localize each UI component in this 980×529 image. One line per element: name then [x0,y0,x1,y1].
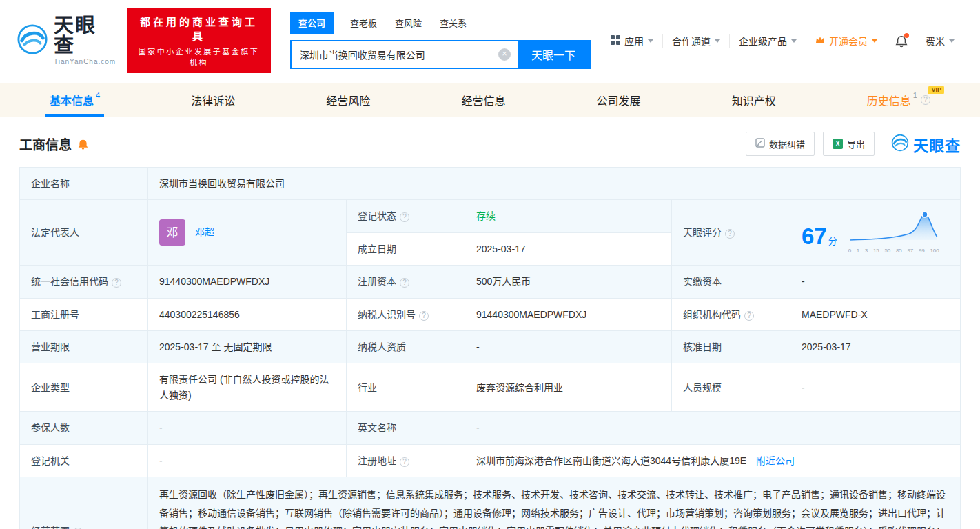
tianyancha-logo[interactable]: 天眼查 TianYanCha.com [17,16,116,66]
staff-size-label-cell: 人员规模 [672,363,790,412]
tab-legal-litigation[interactable]: 法律诉讼 [184,83,242,117]
credit-code-value-cell: 91440300MAEDPWFDXJ [148,266,347,298]
search-tab-risk[interactable]: 查风险 [394,12,423,34]
help-icon[interactable] [419,311,429,321]
score-value-cell: 67 分 [790,200,961,266]
brand-text: 天眼查 [913,133,961,155]
legal-rep-avatar[interactable]: 邓 [159,219,185,246]
logo-name: 天眼查 [54,16,116,56]
promo-line1: 都在用的商业查询工具 [134,14,264,43]
tab-intellectual-property[interactable]: 知识产权 [725,83,783,117]
top-nav: 应用 合作通道 企业级产品 开通会员 [602,34,963,48]
business-scope-value-cell: 再生资源回收（除生产性废旧金属）；再生资源销售；信息系统集成服务；技术服务、技术… [148,477,961,529]
excel-icon [833,139,843,149]
table-row: 企业名称 深圳市当换回收贸易有限公司 [20,168,961,200]
section-title: 工商信息 [19,134,72,153]
notification-bell[interactable] [886,34,917,48]
search-area: 查公司 查老板 查风险 查关系 天眼一下 [290,12,591,69]
business-term-label-cell: 营业期限 [20,330,148,363]
company-type-label-cell: 企业类型 [20,363,148,412]
tab-basic-info[interactable]: 基本信息4 [43,83,107,117]
nav-partner[interactable]: 合作通道 [663,34,730,48]
bell-icon [895,34,908,48]
help-icon[interactable] [725,229,735,239]
table-row: 工商注册号 440300225146856 纳税人识别号 91440300MAE… [20,298,961,330]
search-button[interactable]: 天眼一下 [518,41,589,68]
reg-capital-label-cell: 注册资本 [347,266,465,298]
business-info-table: 企业名称 深圳市当换回收贸易有限公司 法定代表人 邓 邓超 登记状态 存续 天眼… [19,167,961,529]
help-icon[interactable] [921,95,930,105]
search-box: 天眼一下 [290,40,591,69]
taxpayer-quality-label-cell: 纳税人资质 [347,330,465,363]
approval-date-label-cell: 核准日期 [672,330,790,363]
nav-open-vip[interactable]: 开通会员 [806,34,886,48]
score-number: 67 分 [802,225,837,256]
paid-capital-value-cell: - [790,266,961,298]
legal-rep-value-cell: 邓 邓超 [148,200,347,266]
logo-domain: TianYanCha.com [54,58,116,66]
vip-badge: VIP [928,86,944,94]
tab-business-info[interactable]: 经营信息 [454,83,512,117]
grid-icon [611,35,620,47]
search-tab-company[interactable]: 查公司 [290,12,334,34]
table-row: 企业类型 有限责任公司 (非自然人投资或控股的法人独资) 行业 废弃资源综合利用… [20,363,961,412]
nav-user[interactable]: 费米 [917,34,963,48]
search-input[interactable] [292,41,498,68]
score-label-cell: 天眼评分 [672,200,790,266]
table-row: 经营范围 再生资源回收（除生产性废旧金属）；再生资源销售；信息系统集成服务；技术… [20,477,961,529]
legal-rep-link[interactable]: 邓超 [195,226,214,237]
export-button[interactable]: 导出 [823,132,875,156]
business-info-header: 工商信息 数据纠错 导出 [0,117,980,166]
tab-company-development[interactable]: 公司发展 [590,83,648,117]
table-row: 法定代表人 邓 邓超 登记状态 存续 天眼评分 67 分 [20,200,961,232]
score-axis: 0 1 3 15 50 85 97 99 100 [848,247,939,256]
establish-date-label-cell: 成立日期 [347,232,465,265]
subscribe-bell-icon[interactable] [77,138,89,150]
company-type-value-cell: 有限责任公司 (非自然人投资或控股的法人独资) [148,363,347,412]
paid-capital-label-cell: 实缴资本 [672,266,790,298]
help-icon[interactable] [400,212,409,222]
help-icon[interactable] [400,278,409,288]
data-correction-icon [755,138,765,150]
score-chart: 0 1 3 15 50 85 97 99 100 [848,210,939,255]
help-icon[interactable] [400,457,409,467]
legal-rep-label-cell: 法定代表人 [20,200,148,266]
status-badge: 存续 [476,210,496,221]
crown-icon [815,35,825,46]
tianyancha-logo-icon [17,23,48,58]
insured-count-value-cell: - [148,412,347,444]
taxpayer-quality-value-cell: - [465,330,672,363]
reg-address-label-cell: 注册地址 [347,444,465,477]
clear-icon[interactable] [498,48,511,61]
chevron-down-icon [872,39,877,43]
reg-status-label-cell: 登记状态 [347,200,465,232]
business-scope-label-cell: 经营范围 [20,477,148,529]
tab-operational-risk[interactable]: 经营风险 [319,83,377,117]
table-row: 统一社会信用代码 91440300MAEDPWFDXJ 注册资本 500万人民币… [20,266,961,298]
top-header: 天眼查 TianYanCha.com 都在用的商业查询工具 国家中小企业发展子基… [0,0,980,83]
company-name-label-cell: 企业名称 [20,168,148,200]
company-name-value: 深圳市当换回收贸易有限公司 [159,178,285,189]
nav-apps[interactable]: 应用 [602,34,663,48]
reg-address-value-cell: 深圳市前海深港合作区南山街道兴海大道3044号信利康大厦19E 附近公司 [465,444,961,477]
nearby-companies-link[interactable]: 附近公司 [756,455,795,466]
notification-dot [904,33,909,38]
industry-label-cell: 行业 [347,363,465,412]
help-icon[interactable] [112,278,121,288]
help-icon[interactable] [744,311,754,321]
company-section-tabs: 基本信息4 法律诉讼 经营风险 经营信息 公司发展 知识产权 VIP 历史信息1 [0,83,980,117]
staff-size-value-cell: - [790,363,961,412]
data-correction-button[interactable]: 数据纠错 [746,132,815,156]
english-name-value-cell: - [465,412,961,444]
chevron-down-icon [648,39,653,43]
tab-history-info[interactable]: VIP 历史信息1 [860,83,937,117]
search-tab-relation[interactable]: 查关系 [438,12,468,34]
nav-enterprise[interactable]: 企业级产品 [730,34,806,48]
reg-status-value-cell: 存续 [465,200,672,232]
search-tab-boss[interactable]: 查老板 [349,12,378,34]
chevron-down-icon [949,39,955,43]
table-row: 登记机关 - 注册地址 深圳市前海深港合作区南山街道兴海大道3044号信利康大厦… [20,444,961,477]
promo-banner: 都在用的商业查询工具 国家中小企业发展子基金旗下机构 [127,8,271,73]
business-scope-text: 再生资源回收（除生产性废旧金属）；再生资源销售；信息系统集成服务；技术服务、技术… [159,489,946,529]
reg-address-text: 深圳市前海深港合作区南山街道兴海大道3044号信利康大厦19E [476,455,746,466]
